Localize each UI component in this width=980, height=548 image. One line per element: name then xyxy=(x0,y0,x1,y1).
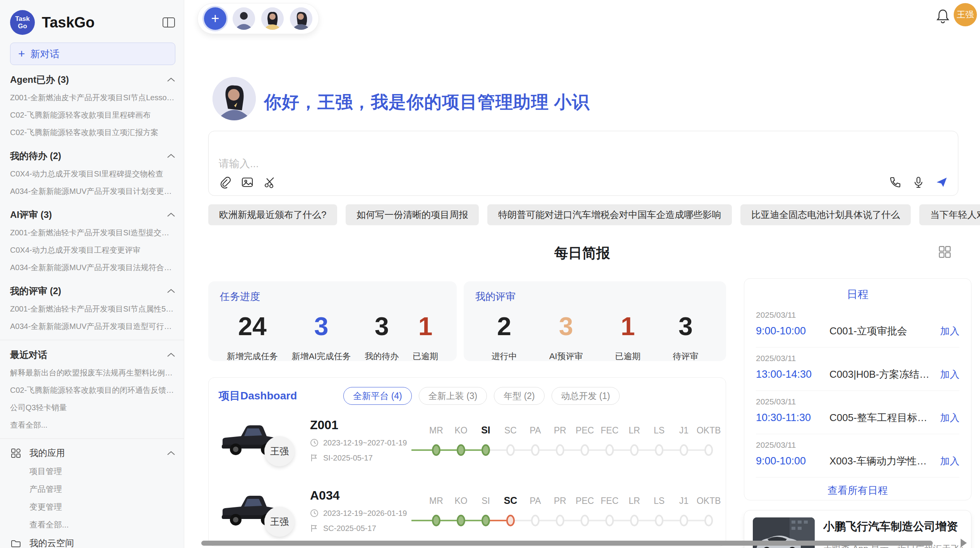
divider xyxy=(0,438,184,439)
sidebar-item[interactable]: 公司Q3轻卡销量 xyxy=(0,399,184,416)
tab-year-model[interactable]: 年型 (2) xyxy=(494,387,545,405)
stat-value: 2 xyxy=(492,313,517,339)
attachment-icon[interactable] xyxy=(219,176,231,188)
suggestion-chip[interactable]: 比亚迪全固态电池计划具体说了什么 xyxy=(740,204,911,225)
agent-avatar[interactable] xyxy=(261,7,284,30)
suggestion-chip[interactable]: 如何写一份清晰的项目周报 xyxy=(346,204,479,225)
sidebar-item-product-mgmt[interactable]: 产品管理 xyxy=(0,480,184,498)
schedule-time: 10:30-11:30 xyxy=(756,412,829,424)
image-icon[interactable] xyxy=(241,176,254,188)
divider xyxy=(0,340,184,340)
sidebar-item[interactable]: Z001-全新燃油轻卡产品开发项目SI节点属性5D文件评审 xyxy=(0,300,184,318)
project-owner-badge: 王强 xyxy=(264,507,295,537)
section-header[interactable]: 最近对话 xyxy=(0,346,184,364)
agent-avatar[interactable] xyxy=(233,7,255,30)
project-code: A034 xyxy=(310,488,411,503)
horizontal-scrollbar[interactable] xyxy=(201,541,933,546)
milestone: LR xyxy=(622,423,647,457)
my-apps-label: 我的应用 xyxy=(29,447,167,459)
tab-powertrain-dev[interactable]: 动总开发 (1) xyxy=(552,387,620,405)
section-title: 最近对话 xyxy=(10,349,167,361)
section-header[interactable]: 我的评审 (2) xyxy=(0,282,184,300)
project-date-range: 2023-12-19~2027-01-19 xyxy=(323,438,407,447)
sidebar-item[interactable]: Z001-全新燃油皮卡产品开发项目SI节点Lesson Learn报告 xyxy=(0,89,184,106)
add-agent-button[interactable]: + xyxy=(204,7,226,30)
sidebar-item[interactable]: C0X4-动力总成开发项目工程变更评审 xyxy=(0,241,184,259)
milestone-label: PEC xyxy=(576,494,594,506)
daily-briefing-title: 每日简报 xyxy=(184,244,980,263)
schedule-time: 13:00-14:30 xyxy=(756,368,829,380)
collapse-sidebar-icon[interactable] xyxy=(162,17,175,28)
sidebar-item[interactable]: Z001-全新燃油轻卡产品开发项目SI造型提交物评审 xyxy=(0,224,184,241)
notifications-bell-icon[interactable] xyxy=(936,9,950,23)
milestone-label: PA xyxy=(530,494,541,506)
new-chat-button[interactable]: + 新对话 xyxy=(10,43,175,65)
section-header[interactable]: 我的待办 (2) xyxy=(0,147,184,165)
chevron-up-icon xyxy=(167,153,175,159)
scroll-right-arrow[interactable] xyxy=(961,539,967,547)
join-link[interactable]: 加入 xyxy=(940,455,959,468)
chevron-up-icon xyxy=(167,77,175,82)
milestone-label: SI xyxy=(481,494,490,506)
section-title: 我的待办 (2) xyxy=(10,150,167,162)
project-row[interactable]: 王强 A034 2023-12-19~2026-01-19 SC-2025-05… xyxy=(219,475,716,546)
sidebar-item[interactable]: C02-飞腾新能源轻客改款项目里程碑画布 xyxy=(0,106,184,124)
phone-icon[interactable] xyxy=(889,176,901,188)
schedule-item: 2025/03/11 9:00-10:00 X003-车辆动力学性能验... 加… xyxy=(756,434,959,478)
join-link[interactable]: 加入 xyxy=(940,368,959,381)
suggestion-chip[interactable]: 当下年轻人对汽车外观有怎样的喜好趋势 xyxy=(919,204,980,225)
milestone: PA xyxy=(523,423,548,457)
chevron-up-icon xyxy=(167,450,175,456)
join-link[interactable]: 加入 xyxy=(940,325,959,337)
owner-name: 王强 xyxy=(270,515,289,528)
schedule-date: 2025/03/11 xyxy=(756,310,959,320)
sidebar-item[interactable]: A034-全新新能源MUV产品开发项目法规符合性评审 xyxy=(0,259,184,276)
stat: 1 已逾期 xyxy=(615,313,641,362)
tab-all-new-platform[interactable]: 全新平台 (4) xyxy=(343,387,412,405)
user-avatar[interactable]: 王强 xyxy=(954,3,977,26)
schedule-time: 9:00-10:00 xyxy=(756,455,829,467)
plus-icon: + xyxy=(18,47,25,60)
stat-label: 已逾期 xyxy=(413,351,438,362)
milestone: MR xyxy=(424,494,449,527)
section-header[interactable]: AI评审 (3) xyxy=(0,206,184,224)
milestone: PA xyxy=(523,494,548,527)
suggestion-chip[interactable]: 特朗普可能对进口汽车增税会对中国车企造成哪些影响 xyxy=(487,204,732,225)
scissors-icon[interactable] xyxy=(264,176,276,188)
schedule-date: 2025/03/11 xyxy=(756,440,959,450)
milestone-label: FEC xyxy=(601,494,618,506)
milestone: MR xyxy=(424,423,449,457)
layout-grid-icon[interactable] xyxy=(938,245,951,259)
project-row[interactable]: 王强 Z001 2023-12-19~2027-01-19 SI-2025-05… xyxy=(219,405,716,475)
stat-value: 3 xyxy=(292,313,351,339)
sidebar-item[interactable]: A034-全新新能源MUV产品开发项目计划变更类编写 xyxy=(0,183,184,200)
milestone-dot xyxy=(696,514,721,527)
card-title: 我的评审 xyxy=(475,290,714,303)
sidebar-item[interactable]: A034-全新新能源MUV产品开发项目造型可行性评审 xyxy=(0,318,184,335)
view-all-schedule-link[interactable]: 查看所有日程 xyxy=(756,478,959,503)
stat-label: 新增完成任务 xyxy=(227,351,278,362)
chevron-up-icon xyxy=(167,288,175,294)
suggestion-chip[interactable]: 欧洲新规最近颁布了什么? xyxy=(208,204,337,225)
send-icon[interactable] xyxy=(935,176,948,188)
sidebar-item-project-mgmt[interactable]: 项目管理 xyxy=(0,462,184,480)
sidebar-item-cloud-space[interactable]: 我的云空间 xyxy=(0,534,184,548)
tab-new-body[interactable]: 全新上装 (3) xyxy=(419,387,487,405)
sidebar-item-my-apps[interactable]: 我的应用 xyxy=(0,444,184,462)
microphone-icon[interactable] xyxy=(912,176,925,188)
section-header[interactable]: Agent已办 (3) xyxy=(0,70,184,89)
schedule-title: 日程 xyxy=(756,287,959,302)
sidebar-item[interactable]: C02-飞腾新能源轻客改款项目立项汇报方案 xyxy=(0,124,184,141)
sidebar-item[interactable]: 解释最新出台的欧盟报废车法规再生塑料比例被调到15%... xyxy=(0,364,184,382)
view-all-recent[interactable]: 查看全部... xyxy=(0,416,184,434)
chat-input[interactable] xyxy=(219,158,948,170)
view-all-apps[interactable]: 查看全部... xyxy=(0,516,184,534)
sidebar-item[interactable]: C02-飞腾新能源轻客改款项目的闭环通告反馈情况 xyxy=(0,382,184,399)
agent-avatar[interactable] xyxy=(290,7,312,30)
logo-line2: Go xyxy=(18,22,27,30)
sidebar-item[interactable]: C0X4-动力总成开发项目SI里程碑提交物检查 xyxy=(0,165,184,183)
join-link[interactable]: 加入 xyxy=(940,411,959,424)
dashboard-tabs: 全新平台 (4) 全新上装 (3) 年型 (2) 动总开发 (1) xyxy=(343,387,620,405)
sidebar-item-change-mgmt[interactable]: 变更管理 xyxy=(0,498,184,516)
milestone: KO xyxy=(449,423,473,457)
